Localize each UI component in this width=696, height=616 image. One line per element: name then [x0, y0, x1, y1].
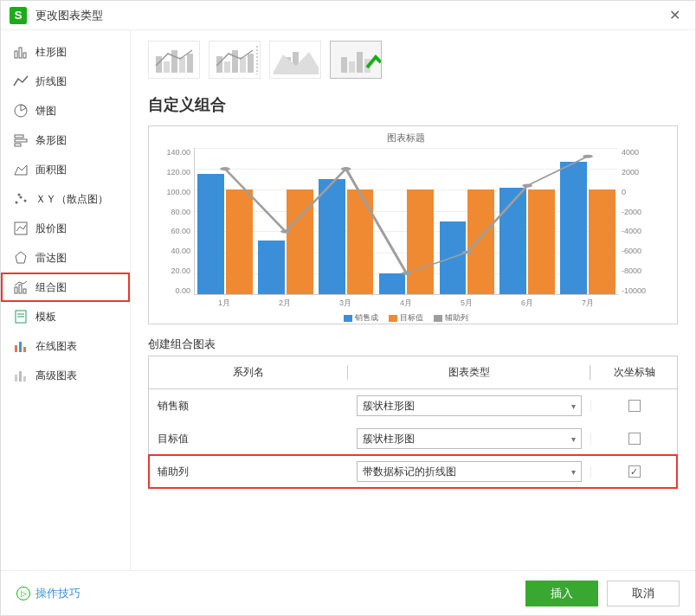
svg-rect-22: [15, 375, 17, 382]
series-row-target: 目标值 簇状柱形图: [149, 422, 677, 455]
help-icon: ▷: [16, 587, 30, 600]
sidebar-item-column[interactable]: 柱形图: [1, 37, 130, 67]
insert-button[interactable]: 插入: [525, 581, 598, 606]
svg-rect-15: [23, 289, 26, 293]
secondary-axis-checkbox[interactable]: [628, 433, 641, 445]
help-link[interactable]: ▷ 操作技巧: [16, 586, 81, 601]
sidebar-item-label: 雷达图: [35, 251, 67, 266]
column-chart-icon: [13, 44, 29, 60]
col-header-type: 图表类型: [348, 365, 590, 380]
svg-rect-11: [15, 222, 27, 234]
col-header-name: 系列名: [149, 365, 348, 380]
svg-rect-24: [23, 376, 26, 382]
svg-rect-20: [19, 342, 22, 352]
sidebar-item-label: 折线图: [35, 74, 67, 89]
svg-rect-6: [15, 144, 21, 146]
sidebar-item-area[interactable]: 面积图: [1, 155, 130, 184]
sidebar-item-label: 柱形图: [35, 45, 67, 60]
chart-title: 图表标题: [161, 132, 651, 144]
sidebar-item-label: 条形图: [35, 133, 67, 148]
svg-point-7: [16, 202, 18, 204]
svg-rect-23: [19, 371, 22, 382]
svg-rect-2: [23, 53, 26, 58]
series-table: 系列名 图表类型 次坐标轴 销售额 簇状柱形图 目标值 簇状柱形图 辅助列 带数…: [148, 356, 678, 489]
combo-chart-icon: [13, 279, 29, 295]
svg-point-10: [18, 194, 21, 196]
dialog-title: 更改图表类型: [35, 8, 103, 23]
sidebar-item-template[interactable]: 模板: [1, 302, 130, 331]
sidebar-item-label: 模板: [35, 310, 56, 324]
sidebar-item-online[interactable]: 在线图表: [1, 331, 130, 361]
close-button[interactable]: ✕: [662, 3, 686, 28]
sidebar-item-radar[interactable]: 雷达图: [1, 243, 130, 273]
svg-rect-13: [15, 287, 17, 293]
sidebar-item-combo[interactable]: 组合图: [1, 273, 130, 302]
create-combo-label: 创建组合图表: [148, 337, 678, 352]
svg-rect-14: [19, 285, 22, 293]
combo-subtype-1[interactable]: [148, 41, 200, 79]
chart-type-select[interactable]: 簇状柱形图: [357, 395, 582, 416]
sidebar-item-label: 在线图表: [35, 339, 77, 354]
y-axis-left: 140.00120.00100.0080.0060.0040.0020.000.…: [161, 148, 194, 295]
scatter-chart-icon: [13, 191, 29, 207]
combo-subtype-2[interactable]: [209, 41, 261, 79]
line-chart-icon: [13, 74, 29, 89]
y-axis-right: 400020000-2000-4000-6000-8000-10000: [618, 148, 651, 295]
sidebar-item-stock[interactable]: 股价图: [1, 214, 130, 243]
bar-chart-icon: [13, 132, 29, 148]
sidebar-item-advanced[interactable]: 高级图表: [1, 361, 130, 390]
secondary-axis-checkbox[interactable]: ✓: [628, 465, 641, 478]
series-row-aux: 辅助列 带数据标记的折线图 ✓: [149, 455, 677, 488]
svg-point-8: [20, 196, 23, 199]
chart-preview: 图表标题 140.00120.00100.0080.0060.0040.0020…: [148, 125, 678, 324]
secondary-axis-checkbox[interactable]: [628, 400, 641, 412]
series-name: 辅助列: [149, 465, 348, 479]
svg-rect-21: [23, 347, 26, 352]
combo-subtype-3[interactable]: [269, 41, 321, 79]
chart-subtype-thumbs: [148, 41, 678, 79]
sidebar-item-label: 饼图: [35, 104, 56, 119]
stock-chart-icon: [13, 221, 29, 236]
sidebar-item-line[interactable]: 折线图: [1, 67, 130, 96]
online-chart-icon: [13, 338, 29, 354]
combo-subtype-custom[interactable]: [330, 41, 382, 79]
col-header-axis: 次坐标轴: [590, 365, 677, 380]
radar-chart-icon: [13, 250, 29, 266]
template-icon: [13, 309, 29, 324]
sidebar-item-label: ＸＹ（散点图）: [35, 192, 108, 207]
chart-type-select[interactable]: 簇状柱形图: [357, 428, 582, 449]
svg-rect-5: [15, 139, 27, 142]
chart-legend: 销售成 目标值 辅助列: [161, 312, 651, 324]
sidebar-item-label: 高级图表: [35, 369, 77, 383]
chart-type-select[interactable]: 带数据标记的折线图: [357, 461, 582, 482]
sidebar-item-scatter[interactable]: ＸＹ（散点图）: [1, 184, 130, 214]
svg-rect-0: [15, 51, 17, 58]
svg-rect-19: [15, 345, 17, 352]
cancel-button[interactable]: 取消: [607, 581, 680, 606]
svg-point-9: [24, 200, 27, 202]
svg-marker-12: [16, 252, 26, 263]
series-row-sales: 销售额 簇状柱形图: [149, 389, 677, 422]
pie-chart-icon: [13, 103, 29, 119]
sidebar-item-label: 股价图: [35, 221, 67, 236]
app-icon: S: [10, 7, 27, 24]
svg-rect-4: [15, 135, 23, 138]
sidebar-item-bar[interactable]: 条形图: [1, 125, 130, 155]
series-name: 目标值: [149, 432, 348, 446]
advanced-chart-icon: [13, 368, 29, 383]
sidebar-item-label: 组合图: [35, 280, 67, 295]
sidebar-item-pie[interactable]: 饼图: [1, 96, 130, 125]
chart-type-sidebar: 柱形图 折线图 饼图 条形图 面积图 ＸＹ（散点图）: [1, 30, 131, 570]
sidebar-item-label: 面积图: [35, 163, 67, 177]
area-chart-icon: [13, 162, 29, 177]
series-name: 销售额: [149, 399, 348, 414]
x-axis: 1月2月3月4月5月6月7月: [194, 298, 618, 309]
section-title: 自定义组合: [148, 94, 678, 115]
svg-rect-1: [19, 48, 22, 58]
